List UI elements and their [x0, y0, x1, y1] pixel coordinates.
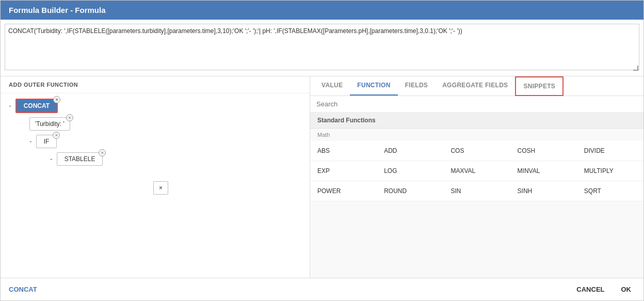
if-label: IF	[44, 138, 50, 145]
stablele-dash: -	[50, 155, 53, 163]
extra-chip[interactable]: ×	[153, 181, 168, 195]
concat-label: CONCAT	[24, 102, 50, 109]
resize-handle[interactable]	[633, 66, 638, 71]
search-input[interactable]	[316, 100, 637, 108]
right-panel-content: Standard Functions Math ABS ADD COS COSH…	[310, 113, 643, 278]
turbidity-row: 'Turbidity: ' ×	[29, 117, 301, 131]
func-abs[interactable]: ABS	[310, 143, 377, 159]
turbidity-chip[interactable]: 'Turbidity: ' ×	[29, 117, 70, 131]
stablele-row: - STABLELE ×	[50, 152, 301, 166]
func-sinh[interactable]: SINH	[510, 183, 577, 199]
dialog-footer: CONCAT CANCEL OK	[1, 278, 643, 300]
func-cosh[interactable]: COSH	[510, 143, 577, 159]
func-divide[interactable]: DIVIDE	[577, 143, 643, 159]
if-button[interactable]: IF ×	[36, 135, 57, 148]
math-row-1: ABS ADD COS COSH DIVIDE	[310, 141, 643, 161]
tab-function[interactable]: FUNCTION	[350, 76, 397, 96]
extra-chip-row: ×	[153, 181, 301, 195]
formula-builder-dialog: Formula Builder - Formula CONCAT('Turbid…	[0, 0, 644, 301]
if-row: - IF ×	[29, 135, 301, 148]
func-round[interactable]: ROUND	[377, 183, 443, 199]
tabs-bar: VALUE FUNCTION FIELDS AGGREGATE FIELDS S…	[310, 76, 643, 96]
formula-textarea-wrapper: CONCAT('Turbidity: ',IF(STABLELE([parame…	[1, 20, 643, 76]
right-panel: VALUE FUNCTION FIELDS AGGREGATE FIELDS S…	[310, 76, 643, 278]
func-add[interactable]: ADD	[377, 143, 443, 159]
standard-functions-header: Standard Functions	[310, 113, 643, 129]
math-category-label: Math	[310, 129, 643, 141]
left-panel-header: ADD OUTER FUNCTION	[1, 76, 310, 93]
concat-close-icon[interactable]: ×	[53, 96, 60, 103]
footer-buttons: CANCEL OK	[572, 283, 635, 295]
math-row-2: EXP LOG MAXVAL MINVAL MULTIPLY	[310, 161, 643, 181]
func-sin[interactable]: SIN	[443, 183, 510, 199]
func-multiply[interactable]: MULTIPLY	[577, 163, 643, 179]
stablele-close-icon[interactable]: ×	[99, 149, 106, 156]
turbidity-text: 'Turbidity: '	[35, 120, 65, 128]
func-power[interactable]: POWER	[310, 183, 377, 199]
ok-button[interactable]: OK	[617, 283, 636, 295]
tab-value[interactable]: VALUE	[314, 76, 350, 96]
search-bar	[310, 96, 643, 113]
dialog-title: Formula Builder - Formula	[9, 6, 106, 14]
if-dash: -	[29, 137, 32, 146]
func-log[interactable]: LOG	[377, 163, 443, 179]
formula-input[interactable]: CONCAT('Turbidity: ',IF(STABLELE([parame…	[5, 24, 639, 70]
turbidity-close-icon[interactable]: ×	[66, 114, 73, 121]
stablele-button[interactable]: STABLELE ×	[57, 152, 103, 166]
extra-chip-icon: ×	[159, 184, 163, 192]
tab-fields[interactable]: FIELDS	[398, 76, 435, 96]
concat-dash: -	[9, 102, 11, 110]
cancel-button[interactable]: CANCEL	[572, 283, 608, 295]
math-row-3: POWER ROUND SIN SINH SQRT	[310, 181, 643, 201]
tab-aggregate-fields[interactable]: AGGREGATE FIELDS	[435, 76, 515, 96]
func-exp[interactable]: EXP	[310, 163, 377, 179]
main-area: ADD OUTER FUNCTION - CONCAT × 'Turbidity	[1, 76, 643, 278]
left-panel: ADD OUTER FUNCTION - CONCAT × 'Turbidity	[1, 76, 310, 278]
left-panel-content: - CONCAT × 'Turbidity: ' ×	[1, 93, 310, 278]
func-sqrt[interactable]: SQRT	[577, 183, 643, 199]
func-maxval[interactable]: MAXVAL	[443, 163, 510, 179]
concat-row: - CONCAT ×	[9, 99, 301, 113]
dialog-body: CONCAT('Turbidity: ',IF(STABLELE([parame…	[1, 20, 643, 278]
func-minval[interactable]: MINVAL	[510, 163, 577, 179]
concat-button[interactable]: CONCAT ×	[15, 99, 58, 113]
if-close-icon[interactable]: ×	[53, 132, 60, 139]
stablele-label: STABLELE	[65, 155, 95, 163]
concat-footer-link[interactable]: CONCAT	[9, 286, 37, 293]
tab-snippets[interactable]: SNIPPETS	[515, 76, 564, 96]
func-cos[interactable]: COS	[443, 143, 510, 159]
dialog-header: Formula Builder - Formula	[1, 1, 643, 20]
